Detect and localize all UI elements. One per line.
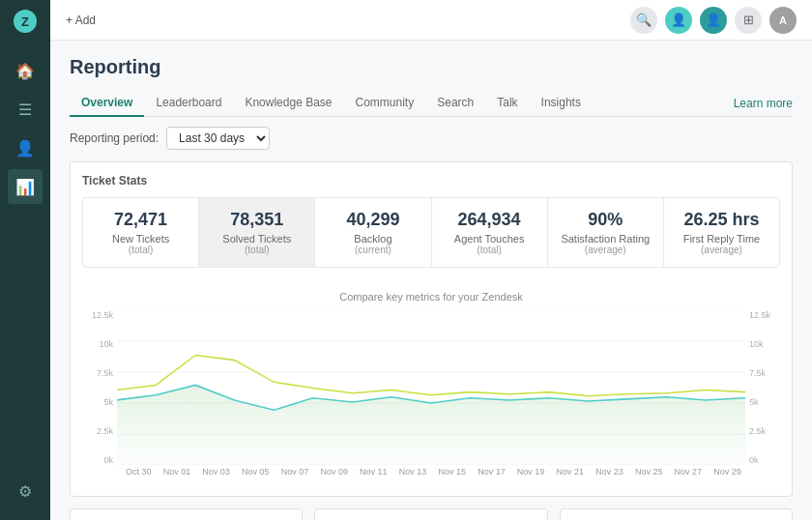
stat-sublabel-solved: (total) (207, 245, 306, 255)
stat-value-satisfaction: 90% (556, 210, 655, 231)
ticket-stats-title: Ticket Stats (82, 174, 780, 188)
stat-sublabel-agent-touches: (total) (440, 245, 539, 255)
y-axis-left: 12.5k 10k 7.5k 5k 2.5k 0k (82, 310, 117, 465)
user-avatar[interactable]: A (769, 7, 797, 34)
page-title: Reporting (70, 56, 793, 78)
sidebar-logo[interactable]: Z (12, 8, 39, 38)
stat-value-solved: 78,351 (207, 210, 306, 231)
stat-solved-tickets: 78,351 Solved Tickets (total) (199, 198, 315, 267)
reporting-period-select[interactable]: Last 30 days (166, 127, 270, 150)
stat-value-first-reply: 26.25 hrs (672, 210, 771, 231)
stat-sublabel-satisfaction: (average) (556, 245, 655, 255)
stat-value-backlog: 40,299 (323, 210, 422, 231)
reporting-period-row: Reporting period: Last 30 days (70, 127, 793, 150)
chart-title: Compare key metrics for your Zendesk (82, 291, 780, 303)
tab-leaderboard[interactable]: Leaderboard (144, 90, 233, 117)
y-axis-right: 12.5k 10k 7.5k 5k 2.5k 0k (745, 310, 780, 465)
topbar: + Add 🔍 👤 👤 ⊞ A (50, 0, 812, 41)
x-axis-labels: Oct 30 Nov 01 Nov 03 Nov 05 Nov 07 Nov 0… (82, 467, 780, 477)
topbar-actions: 🔍 👤 👤 ⊞ A (630, 7, 797, 34)
stat-sublabel-backlog: (current) (323, 245, 422, 255)
sidebar-item-reporting[interactable]: 📊 (8, 169, 43, 204)
apps-icon[interactable]: ⊞ (735, 7, 762, 34)
stat-first-reply: 26.25 hrs First Reply Time (average) (664, 198, 779, 267)
avatar-icon-2[interactable]: 👤 (700, 7, 727, 34)
tab-overview[interactable]: Overview (70, 90, 144, 117)
tab-insights[interactable]: Insights (530, 90, 593, 117)
tab-search[interactable]: Search (425, 90, 485, 117)
content-area: Reporting Overview Leaderboard Knowledge… (50, 41, 812, 520)
svg-text:Z: Z (21, 14, 29, 29)
tabs-bar: Overview Leaderboard Knowledge Base Comm… (70, 90, 793, 117)
stat-label-first-reply: First Reply Time (672, 233, 771, 245)
reporting-period-label: Reporting period: (70, 131, 159, 145)
tab-community[interactable]: Community (344, 90, 426, 117)
stat-satisfaction: 90% Satisfaction Rating (average) (548, 198, 664, 267)
stat-sublabel-new-tickets: (total) (91, 245, 190, 255)
tab-knowledge-base[interactable]: Knowledge Base (233, 90, 343, 117)
stat-value-agent-touches: 264,934 (440, 210, 539, 231)
avatar-icon-1[interactable]: 👤 (665, 7, 692, 34)
benchmark-panel: Benchmark ✎ Industry: Software Satisfact… (314, 508, 547, 520)
bottom-panels: Tickets by Channels 6% (70, 508, 793, 520)
stat-sublabel-first-reply: (average) (672, 245, 771, 255)
main-area: + Add 🔍 👤 👤 ⊞ A Reporting Overview Leade… (50, 0, 812, 520)
stat-label-satisfaction: Satisfaction Rating (556, 233, 655, 245)
stat-new-tickets: 72,471 New Tickets (total) (83, 198, 199, 267)
stat-label-agent-touches: Agent Touches (440, 233, 539, 245)
stat-value-new-tickets: 72,471 (91, 210, 190, 231)
ticket-stats-card: Ticket Stats 72,471 New Tickets (total) … (70, 161, 793, 497)
add-button[interactable]: + Add (66, 14, 96, 27)
stat-backlog: 40,299 Backlog (current) (315, 198, 431, 267)
sidebar-item-settings[interactable]: ⚙ (8, 474, 43, 508)
tab-talk[interactable]: Talk (485, 90, 529, 117)
first-reply-panel: First Reply Time 26.25 hrs Avg. First Re… (560, 508, 793, 520)
sidebar: Z 🏠 ☰ 👤 📊 ⚙ (0, 0, 50, 520)
sidebar-item-home[interactable]: 🏠 (8, 53, 43, 88)
stat-agent-touches: 264,934 Agent Touches (total) (432, 198, 548, 267)
stat-label-backlog: Backlog (323, 233, 422, 245)
stats-row: 72,471 New Tickets (total) 78,351 Solved… (82, 197, 780, 268)
sidebar-item-tickets[interactable]: ☰ (8, 92, 43, 127)
stat-label-new-tickets: New Tickets (91, 233, 190, 245)
chart-svg (117, 310, 745, 465)
learn-more-link[interactable]: Learn more (734, 97, 793, 110)
metrics-chart: Compare key metrics for your Zendesk 12.… (82, 283, 780, 484)
tickets-by-channels-panel: Tickets by Channels 6% (70, 508, 303, 520)
stat-label-solved: Solved Tickets (207, 233, 306, 245)
sidebar-item-users[interactable]: 👤 (8, 130, 43, 165)
svg-marker-8 (117, 385, 745, 465)
search-icon[interactable]: 🔍 (630, 7, 657, 34)
